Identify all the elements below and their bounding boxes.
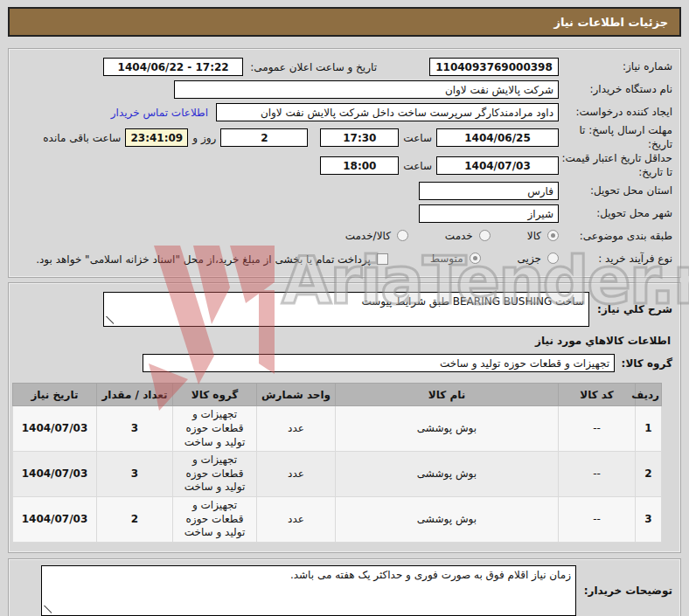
buyer-org-field[interactable]: شرکت پالایش نفت لاوان bbox=[174, 80, 559, 99]
goods-table-cell: 1404/07/03 bbox=[13, 406, 97, 452]
goods-table-cell: 2 bbox=[636, 452, 662, 497]
need-number-field[interactable]: 1104093769000398 bbox=[429, 58, 559, 76]
goods-table-header-cell: تعداد / مقدار bbox=[97, 384, 173, 406]
goods-table-cell: 3 bbox=[97, 452, 173, 497]
creator-label: ایجاد کننده درخواست: bbox=[559, 106, 672, 120]
deadline-row: مهلت ارسال پاسخ: تا تاریخ: 1404/06/25 سا… bbox=[17, 124, 672, 151]
city-field[interactable]: شیراز bbox=[419, 204, 559, 223]
province-field[interactable]: فارس bbox=[419, 182, 559, 200]
deadline-date-field[interactable]: 1404/06/25 bbox=[436, 128, 559, 147]
radio-icon[interactable] bbox=[547, 230, 559, 241]
classification-label: طبقه بندی موضوعی: bbox=[559, 230, 672, 244]
buyer-org-label: نام دستگاه خریدار: bbox=[559, 83, 672, 97]
radio-icon[interactable] bbox=[547, 253, 559, 264]
resize-grip-icon[interactable] bbox=[44, 606, 52, 613]
goods-table-header-cell: گروه کالا bbox=[173, 384, 257, 406]
need-info-groupbox: شماره نیاز: 1104093769000398 تاریخ و ساع… bbox=[8, 48, 681, 278]
radio-label: کالا/خدمت bbox=[345, 230, 391, 242]
goods-table-header-cell: کد کالا bbox=[559, 384, 636, 406]
goods-table-cell: 1404/07/03 bbox=[13, 452, 97, 497]
classification-radio-group: کالاخدمتکالا/خدمت bbox=[309, 230, 559, 245]
radio-option[interactable]: خدمت bbox=[445, 230, 491, 242]
price-validity-date-field[interactable]: 1404/07/03 bbox=[436, 156, 559, 175]
goods-table-header-cell: تاریخ نیاز bbox=[13, 384, 97, 406]
goods-table-header-cell: واحد شمارش bbox=[257, 384, 336, 406]
radio-label: جزیی bbox=[518, 253, 541, 265]
buyer-notes-textarea[interactable]: زمان نیاز اقلام فوق به صورت فوری و حداکث… bbox=[41, 565, 576, 616]
days-remaining-field[interactable]: 2 bbox=[220, 128, 308, 147]
need-number-row: شماره نیاز: 1104093769000398 تاریخ و ساع… bbox=[17, 56, 672, 78]
treasury-note: پرداخت تمام یا بخشی از مبلغ خرید،از محل … bbox=[36, 253, 371, 266]
need-description-label: شرح کلي نیاز: bbox=[589, 303, 672, 315]
buyer-org-row: نام دستگاه خریدار: شرکت پالایش نفت لاوان bbox=[17, 79, 672, 100]
radio-option[interactable]: کالا/خدمت bbox=[345, 230, 408, 242]
page-title-bar: جزئیات اطلاعات نیاز bbox=[8, 7, 681, 37]
goods-table-cell: بوش پوششی bbox=[336, 452, 559, 497]
province-row: استان محل تحویل: فارس bbox=[17, 180, 672, 202]
announce-datetime-label: تاریخ و ساعت اعلان عمومی: bbox=[250, 61, 377, 73]
creator-field[interactable]: داود مرادمندکارگر سرپرست ساخت داخل شرکت … bbox=[216, 103, 559, 121]
city-row: شهر محل تحویل: شیراز bbox=[17, 203, 672, 225]
goods-table-cell: -- bbox=[559, 452, 636, 497]
province-label: استان محل تحویل: bbox=[559, 184, 672, 198]
goods-table-cell: بوش پوششی bbox=[336, 406, 559, 452]
classification-row: طبقه بندی موضوعی: کالاخدمتکالا/خدمت bbox=[17, 225, 672, 247]
need-description-row: شرح کلي نیاز: ساخت BEARING BUSHING طبق ش… bbox=[17, 292, 672, 327]
goods-section-header: اطلاعات کالاهاي مورد نیاز bbox=[18, 335, 671, 347]
countdown-field[interactable]: 23:41:09 bbox=[125, 128, 188, 147]
goods-table-cell: عدد bbox=[257, 452, 336, 497]
price-validity-row: حداقل تاریخ اعتبار قیمت: تا تاریخ: 1404/… bbox=[17, 152, 672, 179]
goods-group-label: گروه کالا: bbox=[615, 357, 672, 370]
goods-table-cell: بوش پوششی bbox=[336, 496, 559, 542]
page-title: جزئیات اطلاعات نیاز bbox=[553, 16, 668, 29]
goods-table-cell: عدد bbox=[257, 496, 336, 542]
goods-table-cell: عدد bbox=[257, 406, 336, 452]
goods-group-row: گروه کالا: تجهیزات و قطعات حوزه تولید و … bbox=[17, 354, 672, 372]
treasury-checkbox[interactable] bbox=[377, 253, 388, 265]
creator-row: ایجاد کننده درخواست: داود مرادمندکارگر س… bbox=[17, 101, 672, 123]
price-validity-label: حداقل تاریخ اعتبار قیمت: تا تاریخ: bbox=[559, 152, 672, 179]
goods-table-cell: 3 bbox=[97, 406, 173, 452]
goods-table-cell: 1404/07/03 bbox=[13, 496, 97, 542]
deadline-hour-label: ساعت bbox=[403, 132, 432, 144]
radio-icon[interactable] bbox=[479, 230, 491, 241]
countdown-label: ساعت باقی مانده bbox=[43, 132, 121, 144]
goods-table-cell: 3 bbox=[636, 496, 662, 542]
goods-table-header-cell: ردیف bbox=[636, 384, 662, 406]
need-number-label: شماره نیاز: bbox=[559, 60, 672, 74]
goods-table-row: 1--بوش پوششیعددتجهیزات و قطعات حوزه تولی… bbox=[13, 406, 662, 452]
need-description-textarea[interactable]: ساخت BEARING BUSHING طبق شرایط پیوست bbox=[103, 292, 589, 327]
goods-table-cell: تجهیزات و قطعات حوزه تولید و ساخت bbox=[173, 406, 257, 452]
radio-label: متوسط bbox=[430, 253, 463, 265]
price-validity-hour-label: ساعت bbox=[403, 160, 432, 172]
goods-groupbox: شرح کلي نیاز: ساخت BEARING BUSHING طبق ش… bbox=[8, 282, 681, 552]
goods-group-field[interactable]: تجهیزات و قطعات حوزه تولید و ساخت bbox=[143, 354, 615, 372]
radio-icon[interactable] bbox=[397, 230, 408, 241]
goods-table-cell: تجهیزات و قطعات حوزه تولید و ساخت bbox=[173, 452, 257, 497]
goods-table-header-cell: نام کالا bbox=[336, 384, 559, 406]
deadline-time-field[interactable]: 17:30 bbox=[320, 128, 399, 147]
radio-option[interactable]: متوسط bbox=[430, 253, 481, 265]
buyer-notes-text: زمان نیاز اقلام فوق به صورت فوری و حداکث… bbox=[290, 569, 571, 581]
resize-grip-icon[interactable] bbox=[106, 316, 114, 324]
process-type-row: نوع فرآیند خرید : جزییمتوسط پرداخت تمام … bbox=[17, 248, 672, 270]
price-validity-time-field[interactable]: 18:00 bbox=[320, 156, 399, 175]
radio-label: کالا bbox=[527, 230, 541, 242]
goods-table-row: 2--بوش پوششیعددتجهیزات و قطعات حوزه تولی… bbox=[13, 452, 662, 497]
radio-icon[interactable] bbox=[470, 253, 481, 264]
radio-label: خدمت bbox=[445, 230, 473, 242]
process-radio-group: جزییمتوسط bbox=[393, 253, 559, 267]
goods-table-cell: -- bbox=[559, 496, 636, 542]
radio-option[interactable]: جزیی bbox=[518, 253, 559, 265]
city-label: شهر محل تحویل: bbox=[559, 207, 672, 221]
goods-table-cell: 2 bbox=[97, 496, 173, 542]
goods-table-cell: -- bbox=[559, 406, 636, 452]
radio-option[interactable]: کالا bbox=[527, 230, 559, 242]
need-description-text: ساخت BEARING BUSHING طبق شرایط پیوست bbox=[361, 295, 584, 308]
goods-table-cell: 1 bbox=[636, 406, 662, 452]
days-label: روز و bbox=[192, 132, 216, 144]
buyer-contact-link[interactable]: اطلاعات تماس خریدار bbox=[111, 107, 208, 119]
buyer-notes-row: توضیحات خریدار: زمان نیاز اقلام فوق به ص… bbox=[17, 565, 672, 616]
goods-table-row: 3--بوش پوششیعددتجهیزات و قطعات حوزه تولی… bbox=[13, 496, 662, 542]
announce-datetime-field[interactable]: 1404/06/22 - 17:22 bbox=[103, 58, 243, 76]
